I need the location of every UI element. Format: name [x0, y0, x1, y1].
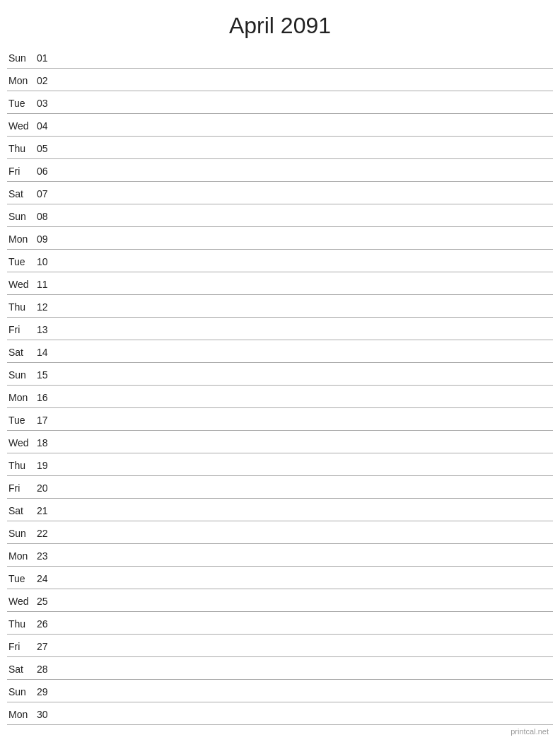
day-writing-line: [57, 555, 553, 556]
day-writing-line: [57, 578, 553, 579]
day-number: 20: [37, 482, 57, 494]
day-name: Mon: [7, 709, 37, 720]
day-number: 04: [37, 120, 57, 132]
day-number: 06: [37, 166, 57, 177]
day-number: 16: [37, 392, 57, 403]
day-number: 15: [37, 369, 57, 381]
day-row: Fri06: [7, 159, 553, 182]
day-writing-line: [57, 329, 553, 330]
day-row: Fri13: [7, 318, 553, 340]
day-row: Sun01: [7, 46, 553, 69]
day-number: 27: [37, 641, 57, 652]
day-name: Tue: [7, 256, 37, 267]
day-name: Thu: [7, 143, 37, 154]
day-row: Thu12: [7, 295, 553, 318]
day-number: 11: [37, 279, 57, 290]
day-number: 28: [37, 664, 57, 675]
day-number: 08: [37, 211, 57, 222]
day-writing-line: [57, 170, 553, 171]
day-name: Thu: [7, 460, 37, 471]
day-row: Mon02: [7, 69, 553, 91]
day-number: 03: [37, 98, 57, 109]
day-row: Fri27: [7, 635, 553, 657]
day-number: 12: [37, 301, 57, 313]
day-number: 13: [37, 324, 57, 335]
day-number: 22: [37, 528, 57, 539]
day-name: Wed: [7, 437, 37, 448]
day-writing-line: [57, 533, 553, 533]
day-name: Fri: [7, 166, 37, 177]
day-name: Sat: [7, 188, 37, 199]
day-writing-line: [57, 306, 553, 307]
day-writing-line: [57, 193, 553, 194]
day-number: 24: [37, 573, 57, 584]
day-number: 18: [37, 437, 57, 448]
day-name: Mon: [7, 550, 37, 562]
day-name: Fri: [7, 324, 37, 335]
day-number: 26: [37, 618, 57, 630]
calendar-grid: Sun01Mon02Tue03Wed04Thu05Fri06Sat07Sun08…: [0, 46, 560, 725]
day-name: Fri: [7, 641, 37, 652]
day-number: 14: [37, 347, 57, 358]
day-row: Thu26: [7, 612, 553, 635]
day-name: Thu: [7, 618, 37, 630]
day-writing-line: [57, 668, 553, 669]
page-title: April 2091: [0, 0, 560, 46]
day-row: Sun22: [7, 521, 553, 544]
day-row: Tue10: [7, 250, 553, 272]
day-writing-line: [57, 374, 553, 375]
day-row: Thu05: [7, 137, 553, 159]
day-row: Sat07: [7, 182, 553, 204]
day-writing-line: [57, 125, 553, 126]
day-writing-line: [57, 80, 553, 81]
day-row: Mon30: [7, 702, 553, 725]
day-row: Mon16: [7, 386, 553, 408]
day-number: 23: [37, 550, 57, 562]
day-writing-line: [57, 465, 553, 465]
day-row: Mon23: [7, 544, 553, 567]
day-row: Wed04: [7, 114, 553, 137]
day-name: Mon: [7, 392, 37, 403]
day-row: Fri20: [7, 476, 553, 499]
day-number: 01: [37, 52, 57, 64]
day-writing-line: [57, 103, 553, 103]
day-number: 09: [37, 233, 57, 245]
day-number: 10: [37, 256, 57, 267]
day-name: Wed: [7, 120, 37, 132]
day-number: 29: [37, 686, 57, 697]
day-number: 25: [37, 596, 57, 607]
day-number: 19: [37, 460, 57, 471]
day-row: Wed11: [7, 272, 553, 295]
footer-credit: printcal.net: [511, 727, 549, 736]
day-row: Sat21: [7, 499, 553, 521]
day-writing-line: [57, 352, 553, 352]
day-name: Mon: [7, 233, 37, 245]
day-row: Thu19: [7, 453, 553, 476]
day-number: 21: [37, 505, 57, 516]
day-name: Sat: [7, 347, 37, 358]
day-writing-line: [57, 261, 553, 262]
day-name: Fri: [7, 482, 37, 494]
day-row: Tue17: [7, 408, 553, 431]
day-number: 07: [37, 188, 57, 199]
day-writing-line: [57, 623, 553, 624]
day-writing-line: [57, 646, 553, 647]
day-name: Wed: [7, 596, 37, 607]
day-writing-line: [57, 216, 553, 216]
day-writing-line: [57, 601, 553, 601]
day-row: Wed25: [7, 589, 553, 612]
day-writing-line: [57, 148, 553, 149]
day-name: Sun: [7, 686, 37, 697]
day-name: Thu: [7, 301, 37, 313]
day-row: Sat28: [7, 657, 553, 680]
day-name: Sun: [7, 211, 37, 222]
day-writing-line: [57, 510, 553, 511]
day-row: Tue03: [7, 91, 553, 114]
day-writing-line: [57, 487, 553, 488]
day-writing-line: [57, 691, 553, 692]
day-name: Sun: [7, 52, 37, 64]
day-name: Sun: [7, 369, 37, 381]
day-row: Sun15: [7, 363, 553, 386]
day-name: Tue: [7, 573, 37, 584]
day-row: Wed18: [7, 431, 553, 453]
